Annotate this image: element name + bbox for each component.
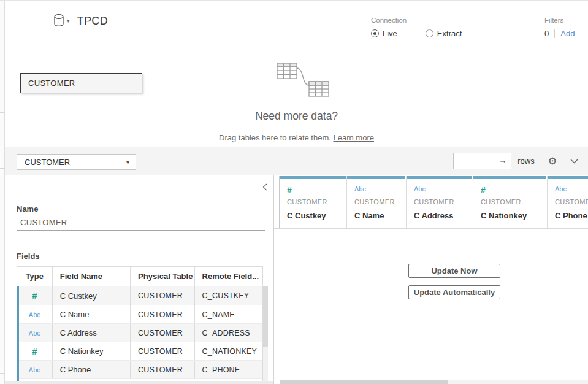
collapse-pane-icon[interactable] bbox=[262, 182, 267, 193]
fields-table-hscrollbar[interactable] bbox=[5, 381, 273, 384]
database-caret-icon[interactable]: ▾ bbox=[67, 18, 70, 24]
table-row[interactable]: Abc C Address CUSTOMER C_ADDRESS bbox=[17, 323, 262, 342]
rows-label: rows bbox=[517, 156, 534, 166]
column-stripe bbox=[280, 176, 346, 179]
column-table-name: CUSTOMER bbox=[287, 198, 327, 205]
fields-table: Type Field Name Physical Table Remote Fi… bbox=[17, 266, 263, 382]
logical-table-pill[interactable]: CUSTOMER bbox=[20, 73, 142, 93]
grid-column-header[interactable]: # CUSTOMER C Custkey bbox=[280, 176, 347, 228]
table-select-value: CUSTOMER bbox=[25, 158, 70, 167]
empty-state-subtitle: Drag tables here to relate them. Learn m… bbox=[5, 133, 588, 142]
grid-hscroll-track[interactable] bbox=[448, 380, 588, 384]
column-field-name: C Phone bbox=[555, 211, 587, 220]
grid-column-header[interactable]: Abc CUSTOMER C Name bbox=[347, 176, 407, 228]
table-select-dropdown[interactable]: CUSTOMER ▾ bbox=[17, 154, 136, 170]
number-type-icon: # bbox=[481, 185, 486, 195]
radio-live-icon[interactable] bbox=[371, 29, 379, 37]
grid-toolbar: CUSTOMER ▾ → rows ⚙ bbox=[5, 147, 588, 175]
table-name-input[interactable]: CUSTOMER bbox=[20, 218, 67, 227]
grid-column-header[interactable]: Abc CUSTOMER C Phone bbox=[548, 176, 588, 228]
column-stripe bbox=[473, 176, 546, 179]
col-header-type[interactable]: Type bbox=[17, 267, 53, 286]
name-label: Name bbox=[17, 204, 38, 213]
col-header-physical-table[interactable]: Physical Table bbox=[131, 267, 195, 286]
apply-rows-arrow-icon[interactable]: → bbox=[498, 156, 506, 165]
fields-label: Fields bbox=[17, 252, 40, 261]
fields-table-left-stripe bbox=[17, 286, 19, 382]
number-type-icon: # bbox=[287, 185, 292, 195]
string-type-icon: Abc bbox=[29, 329, 40, 337]
data-source-page: ▾ TPCD Connection Live Extract Filters 0 bbox=[0, 0, 588, 384]
radio-extract[interactable]: Extract bbox=[426, 29, 462, 38]
column-table-name: CUSTOMER bbox=[414, 198, 454, 205]
column-table-name: CUSTOMER bbox=[555, 198, 588, 205]
datasource-title-row: ▾ TPCD bbox=[53, 12, 108, 30]
learn-more-link[interactable]: Learn more bbox=[333, 133, 373, 142]
table-row[interactable]: # C Nationkey CUSTOMER C_NATIONKEY bbox=[17, 342, 262, 360]
remote-field-cell: C_PHONE bbox=[202, 366, 240, 374]
table-row[interactable]: Abc C Name CUSTOMER C_NAME bbox=[17, 305, 262, 323]
empty-state-title: Need more data? bbox=[5, 110, 588, 123]
data-grid-header: # CUSTOMER C Custkey Abc CUSTOMER C Name… bbox=[279, 176, 588, 228]
filters-add-link[interactable]: Add bbox=[560, 29, 575, 38]
grid-header-border bbox=[274, 228, 588, 229]
left-rail[interactable] bbox=[0, 1, 5, 384]
radio-extract-icon[interactable] bbox=[426, 29, 433, 37]
column-field-name: C Name bbox=[354, 211, 384, 220]
radio-live[interactable]: Live bbox=[371, 29, 397, 38]
radio-extract-label: Extract bbox=[437, 29, 462, 38]
remote-field-cell: C_CUSTKEY bbox=[202, 291, 250, 300]
remote-field-cell: C_NATIONKEY bbox=[202, 347, 258, 356]
empty-state-hint: Drag tables here to relate them. bbox=[219, 133, 333, 142]
physical-table-cell: CUSTOMER bbox=[138, 347, 183, 356]
rows-cluster: → rows ⚙ bbox=[453, 153, 578, 169]
column-field-name: C Custkey bbox=[287, 211, 326, 220]
remote-field-cell: C_ADDRESS bbox=[202, 329, 250, 337]
fields-table-vscroll-thumb[interactable] bbox=[263, 286, 268, 347]
gear-icon[interactable]: ⚙ bbox=[548, 156, 557, 166]
physical-table-cell: CUSTOMER bbox=[138, 310, 183, 319]
bottom-section: Name CUSTOMER Fields Type Field Name Phy… bbox=[5, 175, 588, 384]
canvas-section: ▾ TPCD Connection Live Extract Filters 0 bbox=[5, 1, 588, 147]
name-input-underline bbox=[17, 230, 265, 231]
column-stripe bbox=[407, 176, 472, 179]
physical-table-cell: CUSTOMER bbox=[138, 366, 183, 374]
table-row[interactable]: Abc C Phone CUSTOMER C_PHONE bbox=[17, 360, 262, 378]
fields-table-vscrollbar[interactable] bbox=[263, 286, 268, 381]
connection-options: Live Extract bbox=[371, 29, 490, 38]
data-grid-pane: # CUSTOMER C Custkey Abc CUSTOMER C Name… bbox=[274, 175, 588, 384]
table-row[interactable]: # C Custkey CUSTOMER C_CUSTKEY bbox=[17, 286, 262, 305]
string-type-icon: Abc bbox=[29, 311, 40, 318]
column-table-name: CUSTOMER bbox=[354, 198, 395, 205]
rail-divider bbox=[0, 168, 5, 169]
grid-column-header[interactable]: Abc CUSTOMER C Address bbox=[407, 176, 473, 228]
filters-count: 0 bbox=[544, 29, 549, 38]
connection-block: Connection Live Extract bbox=[371, 17, 490, 38]
filters-block: Filters 0 Add bbox=[544, 17, 575, 38]
column-stripe bbox=[548, 176, 588, 179]
field-name-cell: C Phone bbox=[60, 365, 91, 374]
grid-hscroll-thumb[interactable] bbox=[280, 380, 448, 384]
col-header-remote-field[interactable]: Remote Field... bbox=[195, 267, 262, 286]
update-now-button[interactable]: Update Now bbox=[408, 264, 500, 278]
col-header-field-name[interactable]: Field Name bbox=[53, 267, 131, 286]
string-type-icon: Abc bbox=[555, 185, 567, 193]
connection-label: Connection bbox=[371, 17, 490, 24]
table-details-pane: Name CUSTOMER Fields Type Field Name Phy… bbox=[5, 175, 273, 384]
number-type-icon: # bbox=[32, 347, 37, 356]
field-name-cell: C Nationkey bbox=[60, 347, 104, 356]
column-field-name: C Address bbox=[414, 211, 454, 220]
grid-column-header[interactable]: # CUSTOMER C Nationkey bbox=[473, 176, 548, 228]
update-automatically-button[interactable]: Update Automatically bbox=[408, 285, 500, 299]
filters-separator bbox=[554, 29, 555, 38]
field-name-cell: C Custkey bbox=[60, 291, 97, 301]
number-type-icon: # bbox=[32, 291, 37, 301]
remote-field-cell: C_NAME bbox=[202, 310, 235, 319]
column-table-name: CUSTOMER bbox=[481, 198, 521, 205]
rail-divider bbox=[0, 112, 5, 113]
chevron-down-icon[interactable] bbox=[570, 159, 578, 164]
relate-tables-illustration bbox=[270, 58, 337, 102]
field-name-cell: C Name bbox=[60, 310, 90, 319]
datasource-title: TPCD bbox=[77, 15, 109, 28]
select-caret-icon: ▾ bbox=[126, 159, 129, 166]
